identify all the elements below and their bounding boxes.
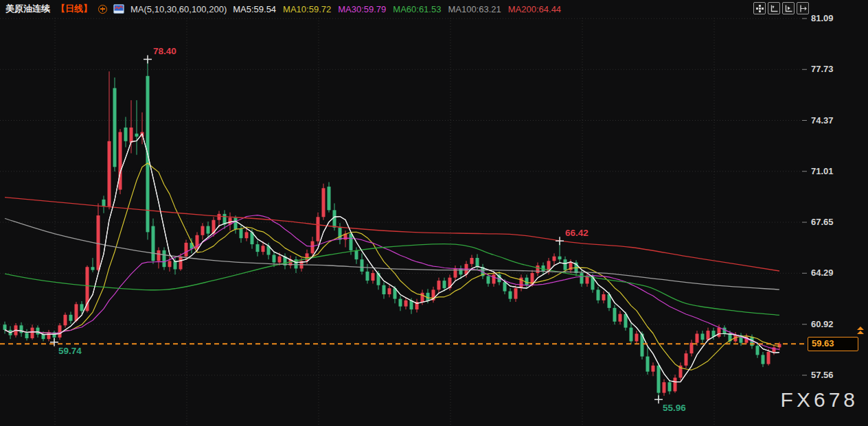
ma-value-label: MA200:64.44 <box>508 4 561 14</box>
ma-line-ma30 <box>5 215 779 350</box>
chart-app: 78.4059.7466.4255.96 美原油连续 【日线】 MA(5,10,… <box>0 0 868 426</box>
symbol-name: 美原油连续 <box>5 3 50 15</box>
ma-value-label: MA5:59.54 <box>233 4 276 14</box>
ma-value-label: MA100:63.21 <box>448 4 501 14</box>
period-selector[interactable]: 【日线】 <box>56 3 92 15</box>
add-compare-icon[interactable] <box>98 5 107 14</box>
last-price-badge: 59.63 <box>808 337 858 351</box>
ma-line-ma100 <box>5 219 779 290</box>
extreme-price-label: 55.96 <box>663 403 686 413</box>
axis-tick-label: 77.73 <box>811 64 834 74</box>
axis-tick-label: 60.92 <box>811 319 834 329</box>
pan-right-icon <box>799 4 808 13</box>
move-tool-button[interactable] <box>753 2 766 14</box>
chart-header: 美原油连续 【日线】 MA(5,10,30,60,100,200) MA5:59… <box>5 3 561 15</box>
chart-toolbar <box>753 2 809 14</box>
indicator-chart-icon[interactable] <box>113 4 124 14</box>
ma-line-ma10 <box>5 163 779 370</box>
ma-value-label: MA30:59.79 <box>338 4 386 14</box>
axis-tick-label: 71.01 <box>811 166 834 176</box>
ma-line-ma200 <box>5 198 779 271</box>
play-forward-button[interactable] <box>782 2 795 14</box>
extreme-price-label: 78.40 <box>153 46 176 56</box>
axis-scale-left-button[interactable] <box>768 2 780 14</box>
ma-legend: MA5:59.54MA10:59.72MA30:59.79MA60:61.53M… <box>233 4 561 14</box>
extreme-price-label: 66.42 <box>565 228 589 238</box>
plot-area[interactable]: 78.4059.7466.4255.96 <box>0 0 868 426</box>
axis-tick-label: 81.09 <box>811 13 834 23</box>
pan-right-button[interactable] <box>797 2 809 14</box>
extreme-price-label: 59.74 <box>58 346 82 356</box>
axis-scale-left-icon <box>770 4 779 13</box>
ma-value-label: MA60:61.53 <box>393 4 441 14</box>
ma-params-label: MA(5,10,30,60,100,200) <box>130 4 227 14</box>
scroll-to-latest-button[interactable] <box>855 327 866 336</box>
axis-tick-label: 57.56 <box>811 370 834 380</box>
axis-tick-label: 67.65 <box>811 217 834 227</box>
fx678-watermark: FX678 <box>781 388 858 412</box>
axis-tick-label: 64.29 <box>811 268 834 278</box>
ma-value-label: MA10:59.72 <box>283 4 331 14</box>
move-tool-icon <box>755 4 764 13</box>
axis-tick-label: 74.37 <box>811 115 834 126</box>
play-forward-icon <box>784 4 793 13</box>
